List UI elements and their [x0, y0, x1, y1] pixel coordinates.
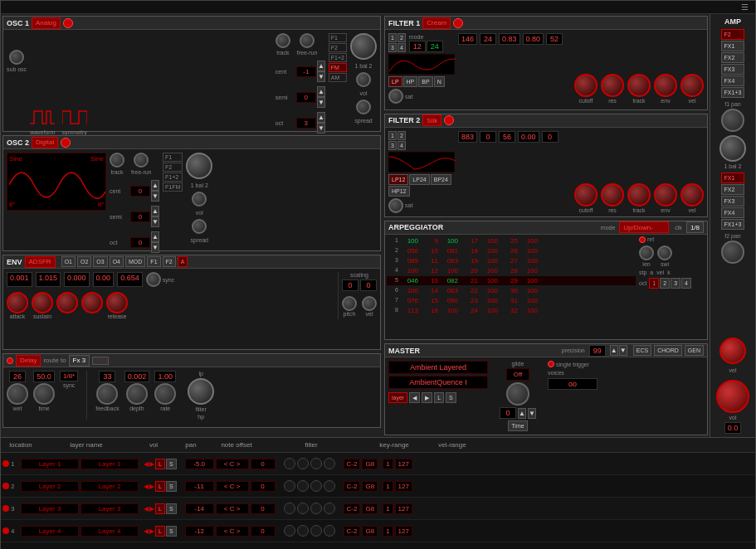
osc1-f1-btn[interactable]: F1 [329, 33, 347, 42]
filter1-env-knob[interactable] [654, 74, 677, 97]
amp-vol-knob[interactable] [716, 380, 749, 413]
filter2-res-knob[interactable] [601, 183, 624, 206]
layer-filter-at[interactable] [310, 503, 322, 514]
amp-fx4-btn[interactable]: FX4 [721, 75, 745, 86]
arp-cell-v3[interactable]: 081 [440, 247, 458, 255]
filter1-power[interactable] [453, 18, 463, 28]
amp-fx2-btn[interactable]: FX2 [721, 52, 745, 63]
layer-prev-btn[interactable]: ◀ [144, 460, 149, 468]
filter2-cutoff-knob[interactable] [574, 183, 597, 206]
osc1-am-btn[interactable]: AM [329, 73, 347, 82]
amp-fx1-b2[interactable]: FX1 [721, 172, 745, 183]
arp-cell-v3[interactable]: 063 [440, 287, 458, 294]
osc2-cent-down[interactable]: ▼ [151, 191, 159, 202]
osc1-semi-up[interactable]: ▲ [317, 86, 325, 97]
master-preset1[interactable]: Ambient Layered [388, 361, 488, 374]
osc2-cent-stepper[interactable]: 0 ▲ ▼ [130, 180, 159, 202]
master-s-btn[interactable]: S [446, 392, 456, 403]
osc2-oct-stepper[interactable]: 0 ▲ ▼ [130, 231, 159, 253]
env-mod-btn[interactable]: MOD [125, 256, 145, 267]
filter1-cutoff-knob[interactable] [574, 74, 597, 97]
amp-fx4-b2[interactable]: FX4 [721, 207, 745, 218]
arp-clk-val[interactable]: 1/8 [686, 221, 704, 233]
arp-cell-v3[interactable]: 063 [440, 257, 458, 265]
osc2-waveform-display[interactable]: Sine Sine 8" 8" [7, 153, 106, 211]
master-prec-up[interactable]: ▲ [610, 345, 618, 356]
delay-route-val[interactable]: Fx 3 [69, 355, 90, 367]
layer-l-btn[interactable]: L [155, 526, 165, 537]
filter2-sat-knob[interactable] [388, 198, 403, 213]
osc2-oct-up[interactable]: ▲ [151, 231, 159, 242]
master-off-display[interactable]: Off [506, 368, 530, 381]
amp-f1pan-knob[interactable] [721, 109, 744, 132]
osc2-vol-knob[interactable] [192, 192, 207, 206]
arp-page2[interactable]: 2 [660, 278, 670, 289]
master-prev-btn[interactable]: ◀ [409, 392, 420, 403]
layer-filter-pw[interactable] [284, 480, 295, 492]
env-release-knob[interactable] [106, 292, 128, 313]
layer-filter-pw[interactable] [284, 503, 295, 514]
filter2-env-knob[interactable] [654, 183, 677, 206]
delay-time-knob[interactable] [33, 383, 55, 405]
filter2-type-lp24[interactable]: LP24 [409, 174, 429, 185]
layer-filter-mw[interactable] [297, 503, 309, 514]
env-f2-btn[interactable]: F2 [163, 256, 176, 267]
osc1-spread-knob[interactable] [356, 100, 371, 114]
arp-cell-v1[interactable]: 100 [400, 237, 418, 245]
osc2-f1fm-btn[interactable]: F1FM [163, 182, 183, 192]
layer-prev-btn[interactable]: ◀ [144, 505, 149, 513]
osc2-f1-btn[interactable]: F1 [163, 153, 183, 162]
env-sustain-knob[interactable] [32, 292, 53, 313]
layer-filter-pw[interactable] [284, 525, 295, 537]
filter2-mode[interactable]: Silk [422, 114, 441, 126]
master-ecs-btn[interactable]: ECS [633, 345, 651, 356]
filter1-type-hp[interactable]: HP [403, 76, 418, 87]
osc2-semi-stepper[interactable]: 0 ▲ ▼ [130, 206, 159, 227]
osc2-freerun-knob[interactable] [134, 153, 149, 168]
env-sync-knob[interactable] [146, 272, 161, 287]
env-o4-btn[interactable]: O4 [110, 256, 124, 267]
osc1-cent-up[interactable]: ▲ [317, 61, 325, 71]
layer-filter-sp[interactable] [324, 525, 335, 537]
master-glide-knob[interactable] [506, 382, 529, 406]
layer-filter-sp[interactable] [324, 480, 335, 492]
filter1-mode[interactable]: Cream [422, 17, 451, 29]
env-o2-btn[interactable]: O2 [77, 256, 91, 267]
master-chord-btn[interactable]: CHORD [654, 345, 682, 356]
arp-len-knob[interactable] [639, 245, 654, 260]
arp-cell-v3[interactable]: 100 [440, 237, 458, 245]
layer-filter-sp[interactable] [324, 458, 335, 469]
amp-vel-knob[interactable] [719, 338, 746, 364]
delay-wet-knob[interactable] [7, 383, 28, 405]
amp-fx1-3-b2[interactable]: FX1+3 [721, 219, 745, 230]
filter1-type-bp[interactable]: BP [418, 76, 432, 87]
env-a-btn[interactable]: A [178, 256, 188, 267]
layer-l-btn[interactable]: L [155, 481, 165, 492]
osc1-freerun-knob[interactable] [300, 33, 315, 48]
arp-cell-v3[interactable]: 090 [440, 297, 458, 304]
layer-filter-mw[interactable] [297, 480, 309, 492]
osc1-oct-stepper[interactable]: 3 ▲ ▼ [296, 112, 325, 134]
delay-route-arrow[interactable]: → [92, 357, 109, 365]
osc2-semi-down[interactable]: ▼ [151, 216, 159, 227]
amp-fx1-btn[interactable]: FX1 [721, 41, 745, 51]
env-f1-btn[interactable]: F1 [147, 256, 160, 267]
osc2-track-knob[interactable] [110, 153, 124, 168]
amp-fx2-b2[interactable]: FX2 [721, 184, 745, 195]
osc1-fm-btn[interactable]: FM [329, 63, 347, 72]
arp-cell-v1[interactable]: 100 [400, 267, 418, 274]
delay-feedback-knob[interactable] [96, 383, 118, 405]
osc1-oct-down[interactable]: ▼ [317, 123, 325, 134]
layer-l-btn[interactable]: L [155, 459, 165, 469]
master-stepper[interactable]: ▲ ▼ [610, 345, 627, 356]
layer-filter-at[interactable] [310, 480, 322, 492]
filter2-type-lp12[interactable]: LP12 [388, 174, 408, 185]
env-knob3[interactable] [56, 292, 78, 313]
delay-title[interactable]: Delay [16, 355, 41, 367]
arp-page4[interactable]: 4 [681, 278, 691, 289]
layer-prev-btn[interactable]: ◀ [144, 527, 149, 535]
filter1-sat-knob[interactable] [388, 89, 403, 104]
filter2-type-bp24[interactable]: BP24 [431, 174, 451, 185]
osc2-power[interactable] [61, 138, 71, 148]
osc1-cent-down[interactable]: ▼ [317, 71, 325, 82]
